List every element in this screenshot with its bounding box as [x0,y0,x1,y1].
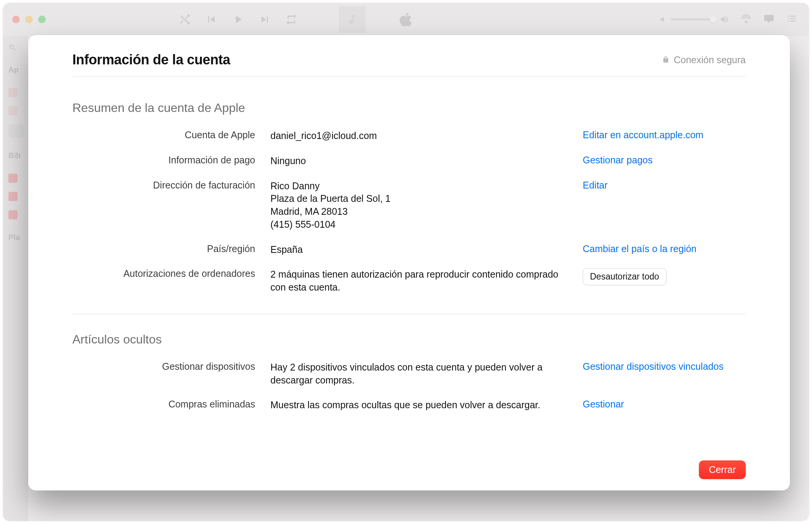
search-field[interactable] [8,43,23,52]
volume-control[interactable] [658,15,729,24]
sidebar-item-2[interactable] [8,106,18,115]
row-billing-address: Dirección de facturación Rico Danny Plaz… [72,174,746,237]
label-computer-authorizations: Autorizaciones de ordenadores [72,268,255,279]
link-change-country[interactable]: Cambiar el país o la región [583,243,697,254]
link-manage-purchases[interactable]: Gestionar [583,399,624,409]
toolbar-right-controls [658,13,798,26]
billing-line-4: (415) 555-0104 [270,218,567,231]
apple-logo-icon [399,11,413,27]
section-divider [72,314,746,314]
window-fullscreen-button[interactable] [38,16,46,23]
player-controls [178,13,298,26]
label-billing-address: Dirección de facturación [72,180,255,191]
link-manage-payments[interactable]: Gestionar pagos [583,155,652,165]
row-manage-devices: Gestionar dispositivos Hay 2 dispositivo… [72,355,746,393]
label-deleted-purchases: Compras eliminadas [72,399,255,410]
section-heading-hidden: Artículos ocultos [72,332,746,347]
window-toolbar [3,3,809,36]
summary-rows: Cuenta de Apple daniel_rico1@icloud.com … [72,123,746,300]
account-info-modal: Información de la cuenta Conexión segura… [28,35,790,490]
window-minimize-button[interactable] [25,16,33,23]
value-manage-devices: Hay 2 dispositivos vinculados con esta c… [270,361,567,387]
link-edit-billing[interactable]: Editar [583,180,607,190]
row-apple-account: Cuenta de Apple daniel_rico1@icloud.com … [72,123,746,149]
volume-slider-thumb[interactable] [710,16,717,23]
billing-line-2: Plaza de la Puerta del Sol, 1 [270,192,567,205]
airplay-icon[interactable] [740,13,752,26]
music-app-window: Ap Bib Pla Información de la cuenta Cone… [3,3,809,521]
now-playing-artwork [339,6,366,33]
value-apple-account: daniel_rico1@icloud.com [270,129,567,142]
billing-line-3: Madrid, MA 28013 [270,205,567,218]
lock-icon [662,56,670,64]
value-computer-authorizations: 2 máquinas tienen autorización para repr… [270,268,567,294]
sidebar-item-3[interactable] [8,174,18,183]
modal-title: Información de la cuenta [72,52,230,68]
previous-track-icon[interactable] [205,13,218,26]
window-close-button[interactable] [12,16,20,23]
sidebar-item-5[interactable] [8,210,18,219]
value-country-region: España [270,243,567,256]
value-billing-address: Rico Danny Plaza de la Puerta del Sol, 1… [270,180,567,231]
row-computer-authorizations: Autorizaciones de ordenadores 2 máquinas… [72,262,746,300]
sidebar-item-4[interactable] [8,192,18,201]
label-payment-info: Información de pago [72,155,255,166]
sidebar-section-apple: Ap [8,66,23,74]
label-country-region: País/región [72,243,255,254]
billing-line-1: Rico Danny [270,180,567,193]
link-edit-apple-account[interactable]: Editar en account.apple.com [583,129,703,140]
section-heading-summary: Resumen de la cuenta de Apple [72,101,746,115]
search-icon [8,43,17,52]
music-note-icon [346,13,358,26]
play-icon[interactable] [232,13,245,26]
value-deleted-purchases: Muestra las compras ocultas que se puede… [270,399,567,412]
row-payment-info: Información de pago Ninguno Gestionar pa… [72,149,746,174]
sidebar-section-playlists: Pla [8,233,23,242]
lyrics-icon[interactable] [763,13,775,26]
sidebar-item-selected[interactable] [8,125,24,137]
shuffle-icon[interactable] [178,13,191,26]
value-payment-info: Ninguno [270,155,567,168]
repeat-icon[interactable] [285,13,298,26]
link-manage-linked-devices[interactable]: Gestionar dispositivos vinculados [583,361,724,372]
next-track-icon[interactable] [258,13,271,26]
sidebar: Ap Bib Pla [3,36,28,521]
row-deleted-purchases: Compras eliminadas Muestra las compras o… [72,393,746,418]
modal-footer: Cerrar [72,451,746,479]
label-apple-account: Cuenta de Apple [72,129,255,141]
volume-low-icon [658,15,667,24]
button-deauthorize-all[interactable]: Desautorizar todo [583,268,667,285]
modal-header: Información de la cuenta Conexión segura [72,52,746,77]
volume-high-icon [720,15,729,24]
secure-connection-indicator: Conexión segura [662,54,746,66]
window-traffic-lights [12,16,46,23]
hidden-rows: Gestionar dispositivos Hay 2 dispositivo… [72,355,746,418]
queue-list-icon[interactable] [786,13,798,26]
close-button[interactable]: Cerrar [699,460,746,479]
secure-connection-label: Conexión segura [674,54,746,66]
sidebar-section-library: Bib [8,151,23,160]
sidebar-item-1[interactable] [8,88,18,97]
volume-slider-track[interactable] [670,18,716,21]
row-country-region: País/región España Cambiar el país o la … [72,237,746,262]
label-manage-devices: Gestionar dispositivos [72,361,255,372]
